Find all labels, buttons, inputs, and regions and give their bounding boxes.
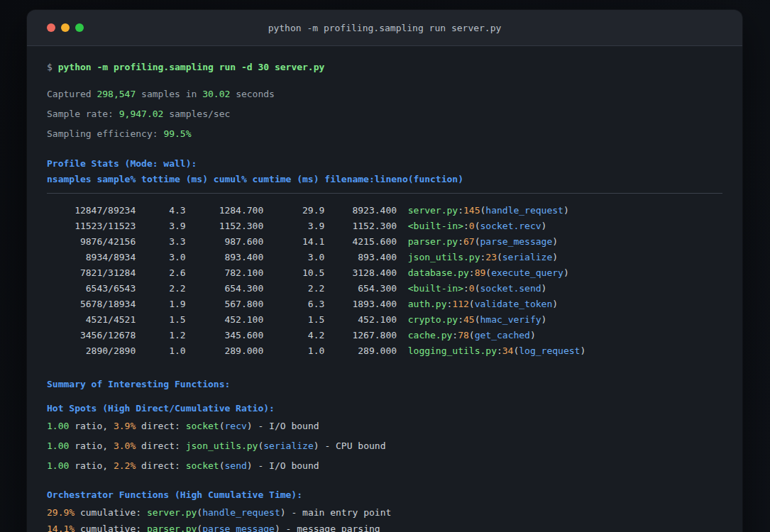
punct: ) (541, 221, 547, 231)
punct: ( (469, 330, 475, 340)
hotspot-target: json_utils.py (186, 440, 258, 451)
efficiency-label: Sampling efficiency: (47, 128, 163, 139)
row-filename: <built-in> (408, 221, 463, 231)
punct: ) (563, 205, 569, 216)
table-row: 5678/18934 1.9 567.800 6.3 1893.400 auth… (47, 297, 722, 312)
punct: ) (563, 267, 569, 278)
punct: ( (197, 507, 202, 518)
row-lineno: 67 (463, 236, 475, 247)
table-row: 3456/12678 1.2 345.600 4.2 1267.800 cach… (47, 328, 722, 343)
row-filename: cache.py (408, 330, 453, 340)
divider (47, 193, 722, 194)
cumulative-label: cumulative: (75, 523, 147, 532)
punct: : (497, 345, 502, 356)
row-filename: server.py (408, 205, 458, 216)
window-title: python -m profiling.sampling run server.… (27, 23, 742, 33)
table-row: 2890/2890 1.0 289.000 1.0 289.000 loggin… (47, 343, 722, 359)
table-row: 6543/6543 2.2 654.300 2.2 654.300 <built… (47, 281, 722, 297)
hotspot-item: 1.00 ratio, 2.2% direct: socket(send) - … (47, 458, 722, 474)
hotspots-heading: Hot Spots (High Direct/Cumulative Ratio)… (47, 401, 722, 416)
captured-label: Captured (47, 89, 97, 99)
row-function: validate_token (475, 299, 553, 309)
orchestrator-pct: 14.1% (47, 523, 75, 532)
row-filename: crypto.py (408, 314, 458, 325)
table-row: 7821/31284 2.6 782.100 10.5 3128.400 dat… (47, 265, 722, 281)
row-function: socket.recv (480, 221, 541, 231)
row-lineno: 34 (502, 345, 514, 356)
command-text: python -m profiling.sampling run -d 30 s… (58, 62, 325, 72)
summary-heading: Summary of Interesting Functions: (47, 377, 722, 392)
ratio-label: ratio, (69, 440, 114, 451)
punct: ( (497, 252, 502, 262)
row-lineno: 0 (469, 283, 475, 294)
direct-label: direct: (136, 460, 185, 471)
row-function: hmac_verify (480, 314, 541, 325)
punct: ) (552, 236, 558, 247)
hotspot-note: - I/O bound (253, 460, 319, 471)
row-numbers: 5678/18934 1.9 567.800 6.3 1893.400 (47, 299, 408, 309)
row-lineno: 45 (463, 314, 475, 325)
direct-label: direct: (136, 440, 185, 451)
ratio-label: ratio, (69, 421, 114, 431)
row-lineno: 23 (485, 252, 497, 262)
orchestrator-item: 14.1% cumulative: parser.py(parse_messag… (47, 521, 722, 532)
row-function: parse_message (480, 236, 553, 247)
orchestrator-function: handle_request (202, 507, 280, 518)
row-numbers: 2890/2890 1.0 289.000 1.0 289.000 (47, 345, 408, 356)
terminal-window: python -m profiling.sampling run server.… (27, 10, 742, 532)
orchestrator-heading: Orchestrator Functions (High Cumulative … (47, 487, 722, 503)
titlebar[interactable]: python -m profiling.sampling run server.… (27, 10, 742, 46)
efficiency-value: 99.5% (163, 128, 191, 139)
punct: ) (530, 330, 536, 340)
rate-value: 9,947.02 (119, 109, 164, 119)
row-function: log_request (519, 345, 580, 356)
orchestrator-note: - message parsing (280, 523, 380, 532)
captured-unit: seconds (230, 89, 275, 99)
captured-samples: 298,547 (97, 89, 136, 99)
hotspot-target: socket (186, 460, 219, 471)
table-row: 12847/89234 4.3 1284.700 29.9 8923.400 s… (47, 203, 722, 218)
hotspot-method: serialize (263, 440, 313, 451)
row-numbers: 8934/8934 3.0 893.400 3.0 893.400 (47, 252, 408, 262)
command-line: $ python -m profiling.sampling run -d 30… (47, 60, 722, 75)
row-numbers: 11523/11523 3.9 1152.300 3.9 1152.300 (47, 221, 408, 231)
terminal-output: $ python -m profiling.sampling run -d 30… (27, 46, 742, 532)
table-row: 11523/11523 3.9 1152.300 3.9 1152.300 <b… (47, 218, 722, 234)
orchestrator-file: parser.py (147, 523, 197, 532)
punct: : (458, 205, 463, 216)
punct: ( (485, 267, 491, 278)
row-lineno: 78 (458, 330, 469, 340)
hotspot-method: send (225, 460, 247, 471)
row-numbers: 9876/42156 3.3 987.600 14.1 4215.600 (47, 236, 408, 247)
punct: : (458, 236, 463, 247)
hotspot-ratio: 1.00 (47, 421, 69, 431)
hotspot-pct: 3.0% (114, 440, 136, 451)
rate-label: Sample rate: (47, 109, 119, 119)
row-lineno: 89 (475, 267, 486, 278)
punct: ) (580, 345, 585, 356)
row-numbers: 3456/12678 1.2 345.600 4.2 1267.800 (47, 330, 408, 340)
stats-heading: Profile Stats (Mode: wall): (47, 156, 722, 172)
punct: ( (475, 221, 480, 231)
punct: ) (247, 460, 253, 471)
orchestrator-pct: 29.9% (47, 507, 75, 518)
captured-line: Captured 298,547 samples in 30.02 second… (47, 87, 722, 102)
row-numbers: 7821/31284 2.6 782.100 10.5 3128.400 (47, 267, 408, 278)
direct-label: direct: (136, 421, 185, 431)
row-function: execute_query (491, 267, 563, 278)
row-numbers: 4521/4521 1.5 452.100 1.5 452.100 (47, 314, 408, 325)
captured-mid: samples in (136, 89, 202, 99)
rate-unit: samples/sec (163, 109, 230, 119)
row-function: get_cached (475, 330, 530, 340)
punct: : (452, 330, 458, 340)
row-lineno: 0 (469, 221, 475, 231)
ratio-label: ratio, (69, 460, 114, 471)
row-filename: <built-in> (408, 283, 463, 294)
orchestrator-function: parse_message (202, 523, 275, 532)
hotspot-ratio: 1.00 (47, 460, 69, 471)
punct: ) (247, 421, 253, 431)
row-numbers: 6543/6543 2.2 654.300 2.2 654.300 (47, 283, 408, 294)
punct: ( (469, 299, 475, 309)
row-filename: auth.py (408, 299, 447, 309)
row-numbers: 12847/89234 4.3 1284.700 29.9 8923.400 (47, 205, 408, 216)
